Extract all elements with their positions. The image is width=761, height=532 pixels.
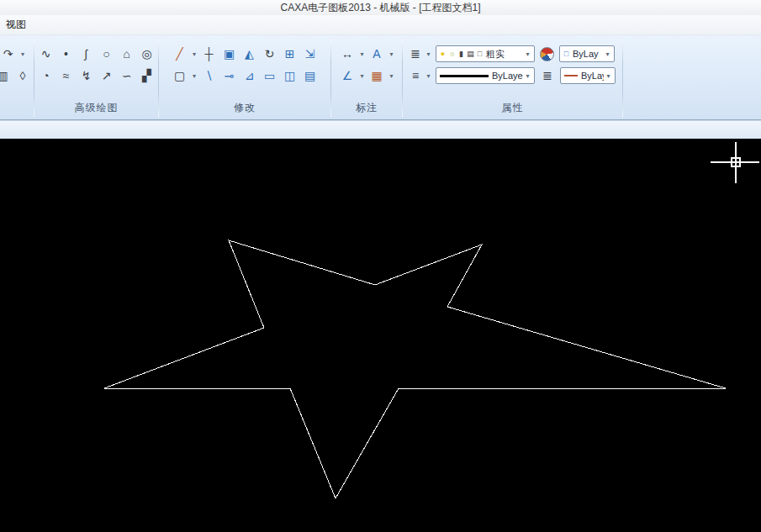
layer-settings-icon[interactable]: ≣ <box>406 45 425 63</box>
group-label-advanced-draw: 高级绘图 <box>34 101 158 119</box>
trim-icon[interactable]: ∖ <box>200 66 219 85</box>
linetype2-combo-value: ByLay( <box>579 71 604 81</box>
rotate-icon[interactable]: ↻ <box>261 45 279 63</box>
layer-frozen-icon[interactable]: ☼ <box>447 47 457 61</box>
bearing-icon[interactable]: ◎ <box>138 45 156 63</box>
text-dropdown[interactable]: ▾ <box>388 50 395 58</box>
current-color-swatch[interactable]: □ <box>562 47 571 61</box>
spline-icon[interactable]: ∿ <box>37 45 55 63</box>
ribbon-lower-strip <box>0 120 761 139</box>
ribbon-group-advanced-draw: ∿•∫○⌂◎ ◔≈↯↗∽▞ 高级绘图 <box>34 35 158 119</box>
linetype-combo-value: ByLayer <box>490 71 523 81</box>
stretch-dropdown[interactable]: ▾ <box>191 72 198 80</box>
linetype-combo-arrow[interactable]: ▾ <box>523 72 532 80</box>
ribbon-toolbar: ↷▾ ▥◊ ∿•∫○⌂◎ ◔≈↯↗∽▞ 高级绘图 ╱▾┼▣◭↻⊞⇲ ▢▾∖⊸⊿▭… <box>0 35 761 120</box>
layer-lock-icon[interactable]: ▮ <box>457 47 466 61</box>
color-combo-value: ByLay <box>571 49 603 59</box>
label-tag-icon[interactable]: ◊ <box>13 66 32 85</box>
dim-edit-dropdown[interactable]: ▾ <box>388 72 395 80</box>
linetype2-combo-arrow[interactable]: ▾ <box>604 72 613 80</box>
point-icon[interactable]: • <box>57 45 76 63</box>
color-combo[interactable]: □ ByLay ▾ <box>559 45 615 62</box>
menu-bar: 视图 <box>0 15 761 35</box>
layer-combo-value: 粗实 <box>484 48 523 61</box>
mirror-icon[interactable]: ◭ <box>240 45 259 63</box>
image-icon[interactable]: ▤ <box>301 66 320 85</box>
stretch-icon[interactable]: ▢ <box>171 66 189 85</box>
linetype2-combo[interactable]: ByLay( ▾ <box>560 67 616 84</box>
ribbon-group-dimension: ↔▾A▾ ∠▾▦▾ 标注 <box>331 35 402 119</box>
erase-icon[interactable]: ╱ <box>171 45 189 63</box>
wave-line-icon[interactable]: ≈ <box>57 66 76 85</box>
ribbon-group-modify: ╱▾┼▣◭↻⊞⇲ ▢▾∖⊸⊿▭◫▤ 修改 <box>159 35 330 119</box>
layer-combo[interactable]: ●☼▮▤□ 粗实 ▾ <box>436 45 535 62</box>
arrow-icon[interactable]: ↗ <box>98 66 116 85</box>
profile-icon[interactable]: ▞ <box>138 66 156 85</box>
group-label-properties: 属性 <box>403 101 622 119</box>
group-label-modify: 修改 <box>159 101 330 119</box>
group-label-dimension: 标注 <box>331 101 402 119</box>
arc-tool-icon[interactable]: ↷ <box>0 45 18 63</box>
coordinate-dim-dropdown[interactable]: ▾ <box>358 72 366 80</box>
layer-combo-arrow[interactable]: ▾ <box>523 50 532 58</box>
line-width-icon[interactable]: ≡ <box>406 66 425 85</box>
linetype2-sample <box>564 75 578 76</box>
dim-edit-icon[interactable]: ▦ <box>367 66 386 85</box>
color-combo-arrow[interactable]: ▾ <box>603 50 612 58</box>
layer-settings-dropdown[interactable]: ▾ <box>425 50 432 58</box>
array-icon[interactable]: ⊞ <box>281 45 299 63</box>
layer-frame-icon[interactable]: □ <box>475 47 484 61</box>
app-window: CAXA电子图板2013 - 机械版 - [工程图文档1] 视图 ↷▾ ▥◊ ∿… <box>0 0 761 532</box>
polygon-icon[interactable]: ⌂ <box>118 45 136 63</box>
text-icon[interactable]: A <box>367 45 386 63</box>
extend-icon[interactable]: ⊸ <box>220 66 239 85</box>
ribbon-group-clipped: ↷▾ ▥◊ <box>0 35 34 119</box>
dimension-icon[interactable]: ↔ <box>338 45 357 63</box>
gear-rack-icon[interactable]: ▥ <box>0 66 12 85</box>
title-bar: CAXA电子图板2013 - 机械版 - [工程图文档1] <box>0 0 761 15</box>
break-line-icon[interactable]: ↯ <box>77 66 96 85</box>
edge-trim-icon[interactable]: ⊿ <box>240 66 259 85</box>
window-title: CAXA电子图板2013 - 机械版 - [工程图文档1] <box>280 2 480 13</box>
layer-print-icon[interactable]: ▤ <box>466 47 475 61</box>
copy-icon[interactable]: ▣ <box>220 45 239 63</box>
ribbon-empty-area <box>623 35 761 119</box>
ribbon-group-properties: ≣▾ ●☼▮▤□ 粗实 ▾ □ ByLay ▾ ≡▾ ByLayer <box>403 35 622 119</box>
arc-tool-dropdown[interactable]: ▾ <box>19 50 27 58</box>
move-icon[interactable]: ┼ <box>200 45 219 63</box>
erase-dropdown[interactable]: ▾ <box>191 50 198 58</box>
color-wheel-icon[interactable] <box>540 47 554 61</box>
contour-icon[interactable]: ∽ <box>118 66 136 85</box>
layer-visible-icon[interactable]: ● <box>438 47 447 61</box>
ellipse-icon[interactable]: ○ <box>98 45 116 63</box>
hatch-icon[interactable]: ◔ <box>37 66 55 85</box>
group-label-clipped <box>0 115 34 119</box>
linetype-combo[interactable]: ByLayer ▾ <box>436 67 535 84</box>
explode-icon[interactable]: ◫ <box>281 66 299 85</box>
drawing-canvas[interactable] <box>0 139 761 532</box>
function-curve-icon[interactable]: ∫ <box>77 45 96 63</box>
linetype-sample <box>440 75 489 77</box>
break-icon[interactable]: ▭ <box>261 66 279 85</box>
menu-item-view[interactable]: 视图 <box>0 15 32 34</box>
scale-icon[interactable]: ⇲ <box>301 45 320 63</box>
line-width-dropdown[interactable]: ▾ <box>425 72 432 80</box>
coordinate-dim-icon[interactable]: ∠ <box>338 66 357 85</box>
dimension-dropdown[interactable]: ▾ <box>358 50 366 58</box>
line-style-icon[interactable]: ≣ <box>538 66 557 85</box>
